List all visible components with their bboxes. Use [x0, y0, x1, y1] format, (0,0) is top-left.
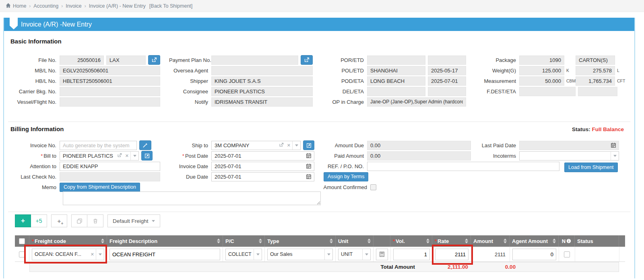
- chevron-down-icon[interactable]: [96, 249, 104, 260]
- assign-by-terms-button[interactable]: Assign by Terms: [324, 172, 368, 181]
- pol-etd-date-field[interactable]: [428, 66, 466, 75]
- sort-icon[interactable]: [465, 239, 468, 243]
- breadcrumb-item-invoice[interactable]: Invoice: [66, 3, 82, 9]
- add-five-rows-button[interactable]: +5: [31, 214, 47, 227]
- chevron-down-icon[interactable]: [130, 152, 138, 160]
- amount-confirmed-checkbox[interactable]: [370, 184, 376, 190]
- calendar-icon[interactable]: [306, 153, 312, 160]
- payment-plan-no-field[interactable]: [211, 56, 298, 65]
- due-date-field[interactable]: [211, 172, 314, 181]
- incoterms-select[interactable]: [519, 151, 619, 161]
- select-all-checkbox[interactable]: [19, 238, 25, 244]
- external-link-icon[interactable]: [277, 142, 285, 148]
- delete-row-button[interactable]: [87, 214, 103, 227]
- sort-icon[interactable]: [426, 239, 429, 243]
- n-checkbox[interactable]: [564, 251, 570, 257]
- file-no-field[interactable]: [60, 56, 104, 65]
- pol-field[interactable]: [367, 66, 425, 75]
- copy-from-shipment-description-button[interactable]: Copy from Shipment Description: [60, 183, 140, 192]
- rate-field[interactable]: [435, 249, 469, 260]
- chevron-down-icon[interactable]: [292, 141, 300, 150]
- clear-icon[interactable]: ✕: [285, 143, 292, 148]
- breadcrumb-item-home[interactable]: Home: [13, 3, 26, 9]
- weight-kg-field[interactable]: [519, 66, 564, 75]
- ref-po-no-field[interactable]: [367, 162, 559, 171]
- mbl-no-field[interactable]: [60, 66, 160, 75]
- por-etd-date-field[interactable]: [428, 56, 466, 65]
- pod-field[interactable]: [367, 76, 425, 86]
- load-from-shipment-button[interactable]: Load from Shipment: [564, 163, 618, 172]
- sort-icon[interactable]: [367, 239, 371, 243]
- add-row-button[interactable]: +: [15, 214, 31, 227]
- carrier-bkg-no-field[interactable]: [60, 87, 160, 96]
- agent-amount-field[interactable]: [512, 249, 556, 260]
- chevron-down-icon[interactable]: [254, 249, 262, 260]
- ship-to-select[interactable]: 3M COMPANY ✕: [211, 141, 301, 150]
- calendar-icon[interactable]: [611, 142, 616, 149]
- row-checkbox[interactable]: [19, 251, 25, 257]
- calculator-button[interactable]: [376, 249, 388, 260]
- vessel-flight-no-field[interactable]: [60, 97, 160, 107]
- attention-to-field[interactable]: [60, 162, 160, 171]
- pc-select[interactable]: COLLECT: [225, 249, 262, 260]
- op-in-charge-field[interactable]: [367, 97, 466, 107]
- sort-icon[interactable]: [101, 239, 104, 243]
- measurement-cbm-field[interactable]: [519, 76, 564, 86]
- info-icon[interactable]: [566, 239, 571, 243]
- measurement-cft-field[interactable]: [576, 76, 615, 86]
- default-freight-dropdown[interactable]: Default Freight: [107, 214, 160, 227]
- por-field[interactable]: [367, 56, 425, 65]
- sort-icon[interactable]: [553, 239, 556, 243]
- del-field[interactable]: [367, 87, 425, 96]
- chevron-down-icon[interactable]: [324, 249, 332, 260]
- consignee-field[interactable]: [211, 87, 313, 96]
- copy-row-button[interactable]: [71, 214, 87, 227]
- package-qty-field[interactable]: [519, 56, 564, 65]
- type-select[interactable]: Our Sales: [267, 249, 333, 260]
- invoice-no-field[interactable]: [60, 141, 137, 150]
- chevron-down-icon[interactable]: [611, 152, 619, 160]
- open-payment-plan-button[interactable]: [301, 55, 313, 65]
- last-paid-date-picker[interactable]: [519, 141, 619, 150]
- sort-icon[interactable]: [504, 239, 507, 243]
- clear-icon[interactable]: ✕: [89, 252, 96, 257]
- file-branch-field[interactable]: [106, 56, 146, 65]
- vol-field[interactable]: [393, 249, 430, 260]
- breadcrumb-item-accounting[interactable]: Accounting: [33, 3, 58, 9]
- add-multiple-button[interactable]: ++: [51, 214, 67, 227]
- weight-lb-field[interactable]: [576, 66, 615, 75]
- package-type-field[interactable]: [576, 56, 615, 65]
- bill-to-select[interactable]: PIONEER PLASTICS ✕: [60, 151, 139, 161]
- memo-textarea[interactable]: [63, 191, 321, 205]
- last-paid-date-field[interactable]: [519, 141, 619, 150]
- external-link-icon[interactable]: [116, 153, 124, 159]
- open-shipment-button[interactable]: [148, 55, 160, 65]
- sort-icon[interactable]: [259, 239, 262, 243]
- post-date-field[interactable]: [211, 151, 314, 161]
- invoice-date-field[interactable]: [211, 162, 314, 171]
- pod-eta-date-field[interactable]: [428, 76, 466, 86]
- auto-generate-invoice-button[interactable]: [139, 140, 151, 150]
- clear-icon[interactable]: ✕: [124, 153, 130, 159]
- last-check-no-field[interactable]: [60, 172, 160, 181]
- calendar-icon[interactable]: [306, 163, 312, 170]
- edit-bill-to-button[interactable]: [141, 151, 153, 161]
- freight-description-field[interactable]: [109, 249, 220, 260]
- back-to-shipment-link[interactable]: [Back To Shipment]: [149, 3, 192, 9]
- sort-icon[interactable]: [217, 239, 220, 243]
- sort-icon[interactable]: [330, 239, 333, 243]
- due-date-picker[interactable]: [211, 172, 314, 181]
- del-eta-date-field[interactable]: [428, 87, 466, 96]
- fdest-eta-date-field[interactable]: [578, 87, 617, 96]
- amount-due-field[interactable]: [367, 141, 471, 150]
- paid-amount-field[interactable]: [367, 151, 471, 161]
- notify-field[interactable]: [211, 97, 313, 107]
- chevron-down-icon[interactable]: [362, 249, 370, 260]
- oversea-agent-field[interactable]: [211, 66, 313, 75]
- calendar-icon[interactable]: [306, 174, 312, 181]
- hbl-no-field[interactable]: [60, 76, 160, 86]
- edit-ship-to-button[interactable]: [303, 140, 314, 150]
- shipper-field[interactable]: [211, 76, 313, 86]
- unit-select[interactable]: UNIT: [338, 249, 371, 260]
- fdest-field[interactable]: [519, 87, 576, 96]
